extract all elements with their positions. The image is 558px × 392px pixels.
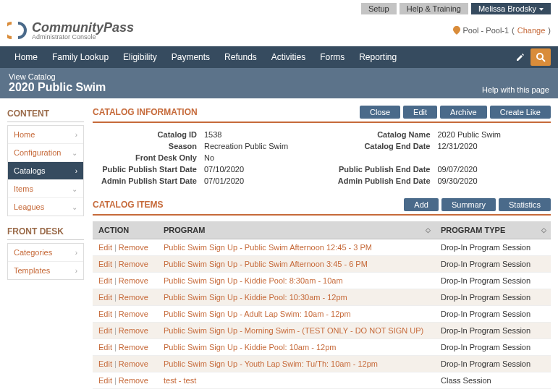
pub-start-value: 07/10/2020 [204, 165, 244, 174]
sort-icon: ◇ [541, 226, 546, 234]
edit-button[interactable]: Edit [403, 106, 437, 119]
chevron-down-icon: ⌄ [72, 149, 77, 157]
main-area: CONTENT Home›Configuration⌄Catalogs›Item… [0, 98, 558, 392]
edit-link[interactable]: Edit [98, 243, 112, 252]
catalog-info-header: CATALOG INFORMATION Close Edit Archive C… [93, 106, 551, 123]
table-row: Edit|Removetest - testClass Session [93, 372, 551, 389]
edit-icon-button[interactable] [510, 48, 530, 66]
catalog-end-value: 12/31/2020 [438, 142, 478, 150]
nav-reporting[interactable]: Reporting [352, 46, 404, 68]
col-program[interactable]: PROGRAM◇ [158, 221, 435, 239]
col-program-type[interactable]: PROGRAM TYPE◇ [435, 221, 551, 239]
main-nav: Home Family Lookup Eligibility Payments … [0, 46, 558, 68]
chevron-right-icon: › [75, 249, 77, 257]
program-link[interactable]: Public Swim Sign Up - Kiddie Pool: 10am … [164, 343, 336, 351]
table-row: Edit|RemovePublic Swim Sign Up - Morning… [93, 323, 551, 339]
program-type-value: Drop-In Program Session [435, 256, 551, 273]
edit-link[interactable]: Edit [98, 260, 112, 268]
help-page-link[interactable]: Help with this page [482, 85, 549, 94]
program-link[interactable]: Public Swim Sign Up - Public Swim Aftern… [164, 243, 372, 252]
nav-refunds[interactable]: Refunds [217, 46, 264, 68]
edit-link[interactable]: Edit [98, 376, 112, 385]
statistics-button[interactable]: Statistics [499, 198, 551, 211]
catalog-items-title: CATALOG ITEMS [93, 200, 164, 210]
adm-end-value: 09/30/2020 [438, 176, 478, 185]
user-menu-button[interactable]: Melissa Brodsky [471, 3, 551, 14]
nav-forms[interactable]: Forms [313, 46, 352, 68]
edit-link[interactable]: Edit [98, 359, 112, 368]
location-label: Pool - Pool-1 [463, 26, 510, 35]
pub-end-label: Public Publish End Date [329, 165, 431, 174]
sidebar-item-configuration[interactable]: Configuration⌄ [8, 144, 83, 162]
table-row: Edit|RemovePublic Swim Sign Up - Youth L… [93, 356, 551, 372]
help-training-button[interactable]: Help & Training [400, 3, 468, 14]
sidebar-item-label: Templates [14, 266, 50, 275]
close-button[interactable]: Close [360, 106, 400, 119]
add-button[interactable]: Add [404, 198, 439, 211]
sidebar-item-label: Categories [14, 248, 52, 257]
nav-eligibility[interactable]: Eligibility [116, 46, 164, 68]
svg-point-0 [537, 54, 543, 59]
change-location-link[interactable]: Change [517, 26, 546, 35]
sidebar-item-items[interactable]: Items⌄ [8, 180, 83, 198]
nav-home[interactable]: Home [7, 46, 45, 68]
front-desk-value: No [204, 153, 214, 162]
create-like-button[interactable]: Create Like [490, 106, 551, 119]
summary-button[interactable]: Summary [441, 198, 496, 211]
search-icon-button[interactable] [530, 48, 551, 66]
sidebar-item-categories[interactable]: Categories› [8, 244, 83, 262]
remove-link[interactable]: Remove [119, 376, 148, 385]
program-type-value: Class Session [435, 372, 551, 389]
logo-text: CommunityPass [32, 20, 134, 35]
remove-link[interactable]: Remove [119, 310, 148, 318]
remove-link[interactable]: Remove [119, 359, 148, 368]
remove-link[interactable]: Remove [119, 326, 148, 335]
sidebar-item-catalogs[interactable]: Catalogs› [8, 162, 83, 180]
remove-link[interactable]: Remove [119, 276, 148, 285]
location-pin-icon [453, 26, 460, 35]
top-toolbar: Setup Help & Training Melissa Brodsky [0, 0, 558, 17]
edit-link[interactable]: Edit [98, 293, 112, 302]
edit-link[interactable]: Edit [98, 326, 112, 335]
sort-icon: ◇ [426, 226, 431, 234]
sidebar-item-home[interactable]: Home› [8, 126, 83, 144]
chevron-right-icon: › [75, 131, 77, 139]
catalog-name-label: Catalog Name [329, 130, 431, 139]
edit-link[interactable]: Edit [98, 343, 112, 351]
edit-link[interactable]: Edit [98, 310, 112, 318]
catalog-id-label: Catalog ID [96, 130, 197, 139]
sidebar-item-label: Leagues [14, 203, 44, 211]
sidebar-item-leagues[interactable]: Leagues⌄ [8, 198, 83, 216]
program-link[interactable]: Public Swim Sign Up - Kiddie Pool: 10:30… [164, 293, 347, 302]
col-action: ACTION [93, 221, 158, 239]
nav-payments[interactable]: Payments [164, 46, 217, 68]
program-link[interactable]: test - test [164, 376, 196, 385]
remove-link[interactable]: Remove [119, 260, 148, 268]
sidebar-content-header: CONTENT [7, 106, 84, 122]
sidebar-item-templates[interactable]: Templates› [8, 262, 83, 279]
table-row: Edit|RemovePublic Swim Sign Up - Public … [93, 239, 551, 256]
program-link[interactable]: Public Swim Sign Up - Adult Lap Swim: 10… [164, 310, 351, 318]
remove-link[interactable]: Remove [119, 343, 148, 351]
table-row: Edit|RemovePublic Swim Sign Up - Kiddie … [93, 289, 551, 306]
program-type-value: Drop-In Program Session [435, 323, 551, 339]
season-value: Recreation Public Swim [204, 142, 288, 150]
nav-family-lookup[interactable]: Family Lookup [45, 46, 116, 68]
sidebar-item-label: Configuration [14, 148, 61, 157]
program-link[interactable]: Public Swim Sign Up - Public Swim Aftern… [164, 260, 368, 268]
program-type-value: Drop-In Program Session [435, 239, 551, 256]
program-link[interactable]: Public Swim Sign Up - Youth Lap Swim: Tu… [164, 359, 378, 368]
remove-link[interactable]: Remove [119, 243, 148, 252]
setup-button[interactable]: Setup [361, 3, 397, 14]
edit-link[interactable]: Edit [98, 276, 112, 285]
caret-down-icon [539, 8, 544, 11]
archive-button[interactable]: Archive [440, 106, 487, 119]
breadcrumb-bar: View Catalog 2020 Public Swim Help with … [0, 68, 558, 98]
logo-icon [7, 22, 29, 39]
catalog-id-value: 1538 [204, 130, 221, 139]
program-link[interactable]: Public Swim Sign Up - Morning Swim - (TE… [164, 326, 423, 335]
remove-link[interactable]: Remove [119, 293, 148, 302]
pub-start-label: Public Publish Start Date [96, 165, 197, 174]
program-link[interactable]: Public Swim Sign Up - Kiddie Pool: 8:30a… [164, 276, 343, 285]
nav-activities[interactable]: Activities [264, 46, 313, 68]
